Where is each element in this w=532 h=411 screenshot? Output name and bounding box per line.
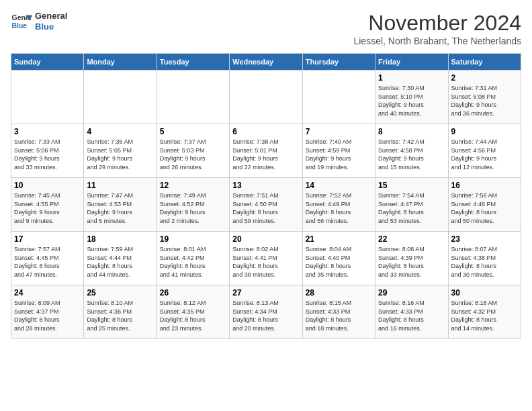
day-info: Sunrise: 8:07 AM Sunset: 4:38 PM Dayligh… [451, 245, 518, 279]
day-cell: 17Sunrise: 7:57 AM Sunset: 4:45 PM Dayli… [11, 232, 84, 285]
day-number: 21 [306, 234, 372, 244]
day-cell: 29Sunrise: 8:16 AM Sunset: 4:33 PM Dayli… [375, 285, 448, 339]
svg-text:Blue: Blue [12, 22, 28, 30]
day-info: Sunrise: 7:52 AM Sunset: 4:49 PM Dayligh… [306, 191, 372, 225]
logo: General Blue General Blue [11, 11, 67, 32]
day-cell: 19Sunrise: 8:01 AM Sunset: 4:42 PM Dayli… [157, 232, 229, 285]
week-row-0: 1Sunrise: 7:30 AM Sunset: 5:10 PM Daylig… [11, 71, 521, 124]
header-monday: Monday [84, 54, 157, 71]
day-cell [302, 71, 375, 124]
day-number: 10 [14, 181, 81, 190]
day-number: 28 [306, 288, 372, 298]
header-wednesday: Wednesday [230, 54, 302, 71]
day-cell: 7Sunrise: 7:40 AM Sunset: 4:59 PM Daylig… [302, 124, 375, 178]
day-info: Sunrise: 7:35 AM Sunset: 5:05 PM Dayligh… [87, 138, 153, 171]
day-number: 17 [14, 234, 81, 244]
day-number: 11 [87, 181, 153, 190]
day-cell: 9Sunrise: 7:44 AM Sunset: 4:56 PM Daylig… [448, 124, 521, 178]
day-number: 26 [160, 288, 226, 298]
day-number: 3 [14, 127, 81, 136]
day-number: 19 [160, 234, 226, 244]
day-cell: 30Sunrise: 8:18 AM Sunset: 4:32 PM Dayli… [448, 285, 521, 339]
logo-line2: Blue [35, 21, 67, 32]
day-info: Sunrise: 7:44 AM Sunset: 4:56 PM Dayligh… [451, 138, 518, 171]
day-cell: 2Sunrise: 7:31 AM Sunset: 5:08 PM Daylig… [448, 71, 521, 124]
day-cell: 20Sunrise: 8:02 AM Sunset: 4:41 PM Dayli… [230, 232, 302, 285]
day-info: Sunrise: 7:57 AM Sunset: 4:45 PM Dayligh… [14, 245, 81, 279]
day-number: 2 [451, 73, 518, 83]
day-info: Sunrise: 7:38 AM Sunset: 5:01 PM Dayligh… [232, 138, 299, 171]
day-info: Sunrise: 7:45 AM Sunset: 4:55 PM Dayligh… [14, 191, 81, 225]
day-info: Sunrise: 7:49 AM Sunset: 4:52 PM Dayligh… [160, 191, 226, 225]
day-cell: 28Sunrise: 8:15 AM Sunset: 4:33 PM Dayli… [302, 285, 375, 339]
day-info: Sunrise: 7:54 AM Sunset: 4:47 PM Dayligh… [378, 191, 445, 225]
day-number: 5 [160, 127, 226, 136]
day-cell [230, 71, 302, 124]
day-cell: 5Sunrise: 7:37 AM Sunset: 5:03 PM Daylig… [157, 124, 229, 178]
day-cell: 8Sunrise: 7:42 AM Sunset: 4:58 PM Daylig… [375, 124, 448, 178]
logo-icon: General Blue [11, 11, 32, 32]
day-info: Sunrise: 8:06 AM Sunset: 4:39 PM Dayligh… [378, 245, 445, 279]
week-row-1: 3Sunrise: 7:33 AM Sunset: 5:06 PM Daylig… [11, 124, 521, 178]
day-cell: 27Sunrise: 8:13 AM Sunset: 4:34 PM Dayli… [230, 285, 302, 339]
day-info: Sunrise: 7:42 AM Sunset: 4:58 PM Dayligh… [378, 138, 445, 171]
header: General Blue General Blue November 2024 … [11, 11, 521, 46]
day-cell: 13Sunrise: 7:51 AM Sunset: 4:50 PM Dayli… [230, 178, 302, 232]
day-info: Sunrise: 8:10 AM Sunset: 4:36 PM Dayligh… [87, 299, 153, 332]
header-friday: Friday [375, 54, 448, 71]
day-info: Sunrise: 8:04 AM Sunset: 4:40 PM Dayligh… [306, 245, 372, 279]
week-row-3: 17Sunrise: 7:57 AM Sunset: 4:45 PM Dayli… [11, 232, 521, 285]
day-info: Sunrise: 7:30 AM Sunset: 5:10 PM Dayligh… [378, 84, 445, 118]
day-info: Sunrise: 7:47 AM Sunset: 4:53 PM Dayligh… [87, 191, 153, 225]
day-number: 8 [378, 127, 445, 136]
day-number: 14 [306, 181, 372, 190]
day-cell [157, 71, 229, 124]
day-cell: 3Sunrise: 7:33 AM Sunset: 5:06 PM Daylig… [11, 124, 84, 178]
day-number: 15 [378, 181, 445, 190]
day-number: 9 [451, 127, 518, 136]
day-info: Sunrise: 7:33 AM Sunset: 5:06 PM Dayligh… [14, 138, 81, 171]
day-cell [84, 71, 157, 124]
logo-line1: General [35, 11, 67, 21]
day-info: Sunrise: 7:31 AM Sunset: 5:08 PM Dayligh… [451, 84, 518, 118]
day-info: Sunrise: 8:12 AM Sunset: 4:35 PM Dayligh… [160, 299, 226, 332]
day-info: Sunrise: 8:01 AM Sunset: 4:42 PM Dayligh… [160, 245, 226, 279]
day-number: 27 [232, 288, 299, 298]
day-info: Sunrise: 8:09 AM Sunset: 4:37 PM Dayligh… [14, 299, 81, 332]
day-cell: 22Sunrise: 8:06 AM Sunset: 4:39 PM Dayli… [375, 232, 448, 285]
day-cell: 10Sunrise: 7:45 AM Sunset: 4:55 PM Dayli… [11, 178, 84, 232]
day-number: 6 [232, 127, 299, 136]
day-info: Sunrise: 8:02 AM Sunset: 4:41 PM Dayligh… [232, 245, 299, 279]
header-row: SundayMondayTuesdayWednesdayThursdayFrid… [11, 54, 521, 71]
day-number: 30 [451, 288, 518, 298]
day-number: 23 [451, 234, 518, 244]
day-info: Sunrise: 8:13 AM Sunset: 4:34 PM Dayligh… [232, 299, 299, 332]
title-area: November 2024 Liessel, North Brabant, Th… [353, 11, 521, 46]
day-info: Sunrise: 8:18 AM Sunset: 4:32 PM Dayligh… [451, 299, 518, 332]
day-number: 7 [306, 127, 372, 136]
day-info: Sunrise: 7:51 AM Sunset: 4:50 PM Dayligh… [232, 191, 299, 225]
day-info: Sunrise: 7:59 AM Sunset: 4:44 PM Dayligh… [87, 245, 153, 279]
day-cell: 4Sunrise: 7:35 AM Sunset: 5:05 PM Daylig… [84, 124, 157, 178]
day-cell: 24Sunrise: 8:09 AM Sunset: 4:37 PM Dayli… [11, 285, 84, 339]
day-number: 20 [232, 234, 299, 244]
header-saturday: Saturday [448, 54, 521, 71]
day-cell: 14Sunrise: 7:52 AM Sunset: 4:49 PM Dayli… [302, 178, 375, 232]
day-cell: 16Sunrise: 7:56 AM Sunset: 4:46 PM Dayli… [448, 178, 521, 232]
calendar-table: SundayMondayTuesdayWednesdayThursdayFrid… [11, 53, 521, 339]
day-cell: 26Sunrise: 8:12 AM Sunset: 4:35 PM Dayli… [157, 285, 229, 339]
week-row-2: 10Sunrise: 7:45 AM Sunset: 4:55 PM Dayli… [11, 178, 521, 232]
day-info: Sunrise: 7:40 AM Sunset: 4:59 PM Dayligh… [306, 138, 372, 171]
day-cell: 1Sunrise: 7:30 AM Sunset: 5:10 PM Daylig… [375, 71, 448, 124]
day-number: 4 [87, 127, 153, 136]
day-info: Sunrise: 8:15 AM Sunset: 4:33 PM Dayligh… [306, 299, 372, 332]
header-thursday: Thursday [302, 54, 375, 71]
day-cell [11, 71, 84, 124]
day-cell: 25Sunrise: 8:10 AM Sunset: 4:36 PM Dayli… [84, 285, 157, 339]
month-title: November 2024 [353, 11, 521, 36]
day-cell: 6Sunrise: 7:38 AM Sunset: 5:01 PM Daylig… [230, 124, 302, 178]
day-cell: 12Sunrise: 7:49 AM Sunset: 4:52 PM Dayli… [157, 178, 229, 232]
day-number: 25 [87, 288, 153, 298]
week-row-4: 24Sunrise: 8:09 AM Sunset: 4:37 PM Dayli… [11, 285, 521, 339]
header-tuesday: Tuesday [157, 54, 229, 71]
